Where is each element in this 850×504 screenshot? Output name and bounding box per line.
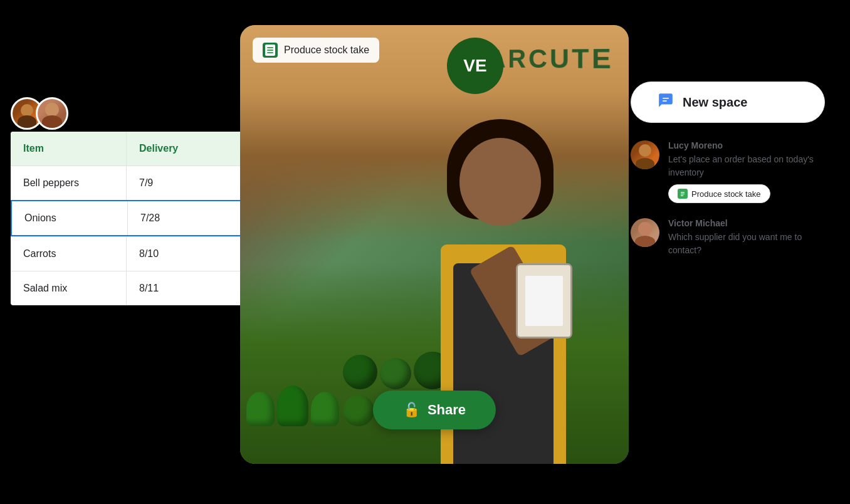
chat-messages: Lucy Moreno Let's place an order based o…	[631, 140, 825, 257]
cell-delivery: 7/9	[127, 166, 243, 200]
right-panel: New space Lucy Moreno Let's place an ord…	[631, 81, 825, 257]
avatar	[36, 97, 68, 130]
sheets-attachment-icon	[678, 189, 688, 199]
share-button[interactable]: 🔓 Share	[373, 391, 496, 429]
chat-sender-victor: Victor Michael	[668, 218, 825, 228]
cell-delivery: 8/11	[127, 271, 243, 305]
cell-delivery-onions: 7/28	[128, 201, 244, 235]
chat-message-victor: Victor Michael Which supplier did you wa…	[631, 218, 825, 257]
chat-avatar-lucy	[631, 140, 659, 169]
chat-icon	[658, 92, 674, 112]
chat-text-lucy: Let's place an order based on today's in…	[668, 153, 825, 179]
share-label: Share	[428, 402, 466, 418]
chat-sender-lucy: Lucy Moreno	[668, 140, 825, 150]
chat-avatar-victor	[631, 218, 659, 247]
new-space-button[interactable]: New space	[631, 81, 825, 123]
chat-content-victor: Victor Michael Which supplier did you wa…	[668, 218, 825, 257]
new-space-label: New space	[683, 95, 747, 110]
cell-item: Bell peppers	[11, 166, 127, 200]
market-circle: VE	[447, 38, 503, 94]
column-header-delivery: Delivery	[127, 132, 243, 165]
lock-icon: 🔓	[403, 402, 420, 418]
chat-text-victor: Which supplier did you want me to contac…	[668, 231, 825, 257]
attachment-label: Produce stock take	[691, 189, 761, 199]
cell-delivery: 8/10	[127, 237, 243, 271]
sheets-app-icon	[263, 43, 278, 58]
spreadsheet-header: Produce stock take	[253, 38, 379, 63]
chat-content-lucy: Lucy Moreno Let's place an order based o…	[668, 140, 825, 203]
main-photo-card: XARCUTE VE	[240, 25, 629, 464]
column-header-item: Item	[11, 132, 127, 165]
user-avatars	[11, 97, 68, 130]
cell-item-onions: Onions	[12, 201, 128, 235]
spreadsheet-title: Produce stock take	[284, 45, 369, 56]
cell-item: Salad mix	[11, 271, 127, 305]
chat-message-lucy: Lucy Moreno Let's place an order based o…	[631, 140, 825, 203]
cell-item: Carrots	[11, 237, 127, 271]
chat-attachment-lucy[interactable]: Produce stock take	[668, 184, 770, 203]
